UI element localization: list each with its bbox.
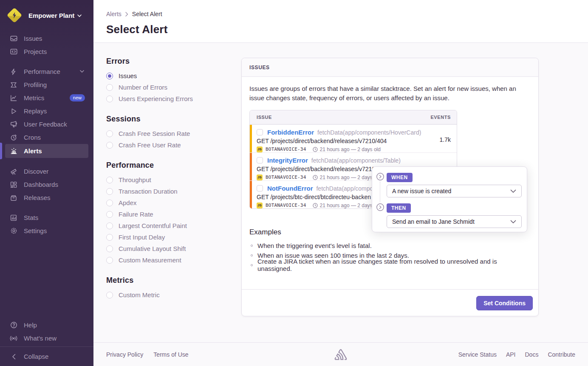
sidebar-item-metrics[interactable]: Metrics new	[5, 91, 88, 104]
page-header: Alerts Select Alert Select Alert	[93, 0, 588, 43]
radio-icon[interactable]	[106, 177, 113, 183]
issue-age: 21 hours ago — 2 days old	[313, 203, 381, 208]
sidebar-item-label: Discover	[24, 168, 48, 175]
alert-option-largest-contentful-paint[interactable]: Largest Contentful Paint	[106, 220, 234, 231]
sidebar-item-projects[interactable]: Projects	[5, 45, 88, 58]
breadcrumb-alerts-link[interactable]: Alerts	[106, 11, 122, 17]
dashboards-icon	[10, 181, 17, 189]
org-switcher[interactable]: Empower Plant	[0, 0, 93, 28]
sidebar-item-releases[interactable]: Releases	[5, 191, 88, 204]
page-footer: Privacy Policy Terms of Use Service Stat…	[93, 342, 588, 366]
clock-icon	[313, 175, 318, 180]
issue-title-link[interactable]: IntegrityError	[267, 157, 308, 164]
sidebar-item-label: Metrics	[24, 94, 44, 101]
radio-selected-icon[interactable]	[106, 73, 113, 79]
issue-title-link[interactable]: NotFoundError	[267, 185, 313, 192]
sidebar-item-label: Dashboards	[24, 181, 58, 188]
sidebar-item-help[interactable]: Help	[5, 318, 88, 332]
radio-label: Largest Contentful Paint	[119, 222, 187, 229]
sidebar-item-issues[interactable]: Issues	[5, 32, 88, 45]
circle-play-icon	[376, 172, 384, 181]
sidebar-item-crons[interactable]: Crons	[5, 131, 88, 144]
sidebar-item-label: Profiling	[24, 81, 47, 88]
sidebar-item-whats-new[interactable]: What's new	[5, 332, 88, 345]
radio-icon[interactable]	[106, 257, 113, 264]
radio-icon[interactable]	[106, 200, 113, 206]
alert-option-crash-free-user-rate[interactable]: Crash Free User Rate	[106, 139, 234, 151]
issues-icon	[10, 35, 17, 42]
column-header-issue: ISSUE	[257, 115, 272, 120]
chevron-down-icon	[80, 70, 84, 73]
when-condition-select[interactable]: A new issue is created	[387, 185, 522, 197]
alert-option-custom-metric[interactable]: Custom Metric	[106, 289, 234, 301]
alert-option-number-of-errors[interactable]: Number of Errors	[106, 82, 234, 93]
sidebar-item-user-feedback[interactable]: User Feedback	[5, 118, 88, 131]
breadcrumb: Alerts Select Alert	[106, 11, 162, 17]
then-action-select[interactable]: Send an email to Jane Schmidt	[387, 215, 522, 228]
radio-label: Transaction Duration	[119, 188, 178, 195]
radio-icon[interactable]	[106, 96, 113, 102]
table-header-row: ISSUE EVENTS	[250, 110, 457, 124]
bullet-icon	[251, 264, 253, 266]
alert-option-crash-free-session-rate[interactable]: Crash Free Session Rate	[106, 128, 234, 139]
radio-icon[interactable]	[106, 130, 113, 137]
panel-header: ISSUES	[242, 58, 538, 77]
issue-checkbox[interactable]	[257, 185, 263, 191]
alert-option-users-experiencing-errors[interactable]: Users Experiencing Errors	[106, 93, 234, 104]
radio-icon[interactable]	[106, 188, 113, 195]
issue-age-text: 21 hours ago — 2 days old	[320, 146, 381, 152]
sidebar-item-performance[interactable]: Performance	[5, 65, 88, 78]
alert-option-apdex[interactable]: Apdex	[106, 197, 234, 208]
docs-link[interactable]: Docs	[525, 351, 539, 358]
radio-icon[interactable]	[106, 292, 113, 298]
issue-checkbox[interactable]	[257, 157, 263, 163]
then-badge: THEN	[387, 203, 411, 213]
alert-option-cumulative-layout-shift[interactable]: Cumulative Layout Shift	[106, 243, 234, 254]
whats-new-icon	[10, 335, 17, 342]
set-conditions-button[interactable]: Set Conditions	[476, 296, 533, 310]
sidebar-item-label: Settings	[24, 227, 47, 234]
api-link[interactable]: API	[506, 351, 516, 358]
sidebar-item-stats[interactable]: Stats	[5, 211, 88, 224]
alert-option-issues[interactable]: Issues	[106, 70, 234, 82]
issue-event-count: 1.7k	[440, 136, 451, 143]
sidebar-item-replays[interactable]: Replays	[5, 104, 88, 118]
issue-checkbox[interactable]	[257, 129, 263, 135]
radio-label: Cumulative Layout Shift	[119, 245, 186, 252]
terms-of-use-link[interactable]: Terms of Use	[153, 351, 188, 358]
radio-icon[interactable]	[106, 222, 113, 229]
sidebar-item-label: Performance	[24, 68, 60, 75]
radio-icon[interactable]	[106, 142, 113, 149]
radio-label: Apdex	[119, 199, 137, 206]
contribute-link[interactable]: Contribute	[548, 351, 575, 358]
replays-icon	[10, 107, 17, 115]
collapse-button[interactable]: Collapse	[5, 350, 88, 363]
sidebar-item-profiling[interactable]: Profiling	[5, 78, 88, 91]
active-indicator	[0, 143, 2, 159]
issue-level-indicator	[250, 153, 252, 180]
alert-option-throughput[interactable]: Throughput	[106, 174, 234, 186]
sidebar-nav: Issues Projects Performance Profiling Me…	[0, 32, 93, 237]
alert-option-first-input-delay[interactable]: First Input Delay	[106, 231, 234, 243]
user-feedback-icon	[10, 121, 17, 128]
radio-icon[interactable]	[106, 245, 113, 252]
service-status-link[interactable]: Service Status	[458, 351, 497, 358]
radio-icon[interactable]	[106, 84, 113, 91]
performance-icon	[10, 68, 17, 76]
sidebar-item-discover[interactable]: Discover	[5, 165, 88, 178]
radio-icon[interactable]	[106, 234, 113, 241]
alert-option-transaction-duration[interactable]: Transaction Duration	[106, 186, 234, 197]
issue-title-link[interactable]: ForbiddenError	[267, 129, 314, 136]
alert-option-failure-rate[interactable]: Failure Rate	[106, 208, 234, 220]
privacy-policy-link[interactable]: Privacy Policy	[106, 351, 143, 358]
alert-option-custom-measurement[interactable]: Custom Measurement	[106, 254, 234, 266]
sidebar-item-alerts[interactable]: Alerts	[5, 144, 88, 158]
javascript-platform-icon: JS	[257, 203, 263, 208]
page-title: Select Alert	[106, 23, 168, 36]
table-row[interactable]: ForbiddenError fetchData(app/components/…	[250, 124, 457, 152]
sidebar-item-dashboards[interactable]: Dashboards	[5, 178, 88, 191]
issue-level-indicator	[250, 181, 252, 208]
project-slug: BOTANAVOICE-34	[266, 175, 306, 180]
radio-icon[interactable]	[106, 211, 113, 218]
sidebar-item-settings[interactable]: Settings	[5, 224, 88, 237]
